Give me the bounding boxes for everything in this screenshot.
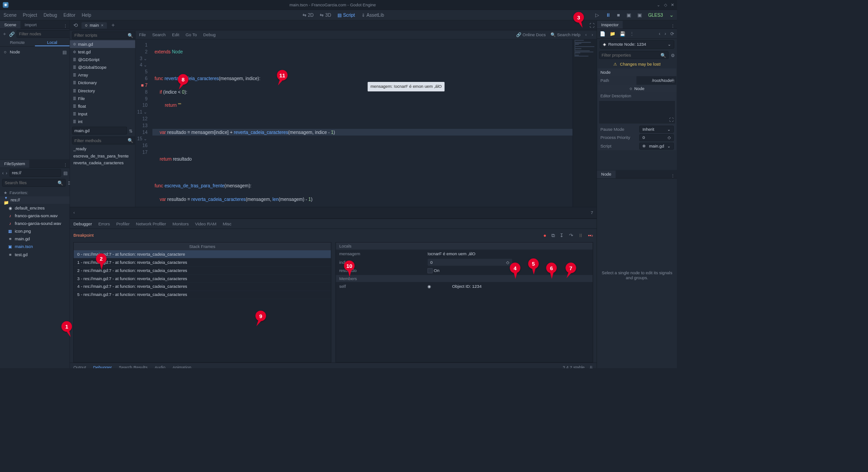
fs-item[interactable]: ≡test.gd	[0, 251, 70, 258]
stack-row[interactable]: 5 - res://main.gd:7 - at function: rever…	[74, 291, 331, 299]
play-button[interactable]: ▷	[595, 12, 599, 18]
script-item[interactable]: ≣int	[70, 118, 135, 126]
add-tab-icon[interactable]: ＋	[109, 22, 118, 29]
editor-desc-field[interactable]: ⛶	[599, 101, 675, 124]
bottom-search[interactable]: Search Results	[119, 365, 147, 368]
save-resource-icon[interactable]: 💾	[620, 31, 625, 37]
fs-item[interactable]: ≡main.gd	[0, 235, 70, 243]
load-resource-icon[interactable]: 📁	[610, 31, 615, 37]
script-item[interactable]: ✲main.gd	[70, 40, 135, 48]
editor-menu-file[interactable]: File	[139, 32, 146, 37]
fs-item[interactable]: ♪franco-garcia-sound.wav	[0, 219, 70, 227]
add-node-button[interactable]: ＋	[2, 31, 7, 37]
search-files-input[interactable]: 🔍	[2, 179, 66, 186]
resultado-checkbox[interactable]	[427, 268, 432, 273]
pause-mode-dropdown[interactable]: Inherit⌄	[639, 126, 674, 133]
workspace-3d[interactable]: ⇆3D	[320, 12, 331, 18]
close-icon[interactable]: ✕	[671, 2, 674, 7]
fs-root[interactable]: ▾ 📁 res://	[0, 196, 70, 204]
dbg-tab-network[interactable]: Network Profiler	[136, 221, 166, 226]
play-scene-button[interactable]: ▣	[626, 12, 631, 18]
step-over-button[interactable]: ↷	[569, 233, 573, 238]
link-icon[interactable]: 🔗	[9, 31, 14, 37]
split-icon[interactable]: ▤	[63, 170, 67, 176]
editor-tab-main[interactable]: ○ main ×	[81, 22, 107, 29]
bottom-output[interactable]: Output	[73, 365, 86, 368]
script-dropdown[interactable]: ✲main.gd⌄	[639, 143, 674, 150]
menu-project[interactable]: Project	[23, 12, 38, 18]
renderer-label[interactable]: GLES3	[648, 12, 663, 18]
step-into-button[interactable]: ↧	[560, 233, 564, 238]
continue-button[interactable]: ••›	[588, 233, 593, 238]
play-custom-button[interactable]: ▣	[637, 12, 642, 18]
chevron-down-icon[interactable]: ⌄	[669, 12, 674, 18]
script-item[interactable]: ≣@GlobalScope	[70, 63, 135, 71]
bottom-debugger[interactable]: Debugger	[93, 365, 112, 368]
script-item[interactable]: ✲test.gd	[70, 48, 135, 56]
forward-icon[interactable]: ›	[6, 170, 7, 176]
fs-item[interactable]: ▦icon.png	[0, 227, 70, 235]
workspace-2d[interactable]: ⇆2D	[303, 12, 314, 18]
dock-menu-icon[interactable]: ⋮	[669, 173, 677, 178]
collapse-icon[interactable]: ⇊	[589, 365, 593, 368]
sort-icon[interactable]: ⇅	[129, 128, 133, 133]
dbg-tab-profiler[interactable]: Profiler	[116, 221, 130, 226]
fs-item[interactable]: ◉default_env.tres	[0, 204, 70, 212]
search-help-link[interactable]: 🔍 Search Help	[550, 32, 580, 37]
script-item[interactable]: ≣Array	[70, 72, 135, 79]
method-item[interactable]: reverta_cadeia_caracteres	[70, 160, 135, 167]
scene-tab[interactable]: Scene	[0, 21, 20, 29]
history-icon[interactable]: ⋮	[630, 31, 634, 37]
back-icon[interactable]: ‹	[2, 170, 4, 176]
method-item[interactable]: _ready	[70, 145, 135, 153]
code-nav-back-icon[interactable]: ‹	[73, 210, 75, 215]
fs-item[interactable]: ♪franco-garcia-som.wav	[0, 212, 70, 219]
stop-button[interactable]: ■	[617, 12, 620, 18]
editor-menu-debug[interactable]: Debug	[203, 32, 216, 37]
selected-script[interactable]: main.gd	[72, 127, 127, 134]
menu-scene[interactable]: Scene	[4, 12, 17, 18]
bottom-animation[interactable]: Animation	[172, 365, 191, 368]
editor-menu-edit[interactable]: Edit	[172, 32, 179, 37]
filesystem-tab[interactable]: FileSystem	[0, 160, 29, 167]
local-subtab[interactable]: Local	[35, 39, 70, 46]
path-value[interactable]: /root/Node ⎘	[636, 76, 676, 85]
menu-debug[interactable]: Debug	[43, 12, 57, 18]
code-editor[interactable]: 123 ⌄4 ⌄56■ 7891011 ⌄12131415 ⌄1617 exte…	[136, 39, 597, 207]
dbg-tab-misc[interactable]: Misc	[223, 221, 231, 226]
method-item[interactable]: escreva_de_tras_para_frente	[70, 153, 135, 160]
dbg-tab-debugger[interactable]: Debugger	[73, 221, 92, 226]
expand-icon[interactable]: ⛶	[669, 117, 674, 122]
editor-menu-search[interactable]: Search	[152, 32, 166, 37]
menu-help[interactable]: Help	[82, 12, 91, 18]
back-icon[interactable]: ‹	[659, 31, 660, 37]
nav-back-icon[interactable]: ⟲	[72, 22, 79, 29]
menu-editor[interactable]: Editor	[63, 12, 75, 18]
priority-spinner[interactable]: 0◇	[639, 134, 674, 141]
minimap[interactable]	[573, 39, 597, 207]
bottom-audio[interactable]: Audio	[155, 365, 166, 368]
stack-row[interactable]: 4 - res://main.gd:7 - at function: rever…	[74, 283, 331, 291]
scene-root-node[interactable]: ○ Node ▤	[0, 48, 70, 56]
close-tab-icon[interactable]: ×	[101, 23, 103, 28]
skip-breakpoints-button[interactable]: ●	[543, 233, 546, 238]
dbg-tab-monitors[interactable]: Monitors	[172, 221, 189, 226]
script-indicator-icon[interactable]: ▤	[62, 49, 66, 55]
dock-menu-icon[interactable]: ⋮	[61, 24, 70, 29]
script-item[interactable]: ≣@GDScript	[70, 56, 135, 63]
break-button[interactable]: ⏸	[578, 233, 583, 238]
dock-menu-icon[interactable]: ⋮	[669, 24, 677, 29]
workspace-script[interactable]: ▤Script	[337, 12, 355, 18]
script-item[interactable]: ≣float	[70, 102, 135, 110]
import-tab[interactable]: Import	[20, 21, 41, 29]
script-item[interactable]: ≣File	[70, 95, 135, 102]
refresh-icon[interactable]: ⟳	[670, 31, 674, 37]
nav-next-icon[interactable]: ›	[592, 32, 593, 37]
stack-row[interactable]: 1 - res://main.gd:7 - at function: rever…	[74, 258, 331, 267]
expand-icon[interactable]: ⛶	[589, 23, 594, 28]
dbg-tab-videoram[interactable]: Video RAM	[195, 221, 216, 226]
node-tab[interactable]: Node	[597, 171, 616, 178]
stack-row[interactable]: 0 - res://main.gd:7 - at function: rever…	[74, 250, 331, 258]
copy-icon[interactable]: ⎘	[672, 78, 674, 83]
editor-menu-goto[interactable]: Go To	[185, 32, 197, 37]
